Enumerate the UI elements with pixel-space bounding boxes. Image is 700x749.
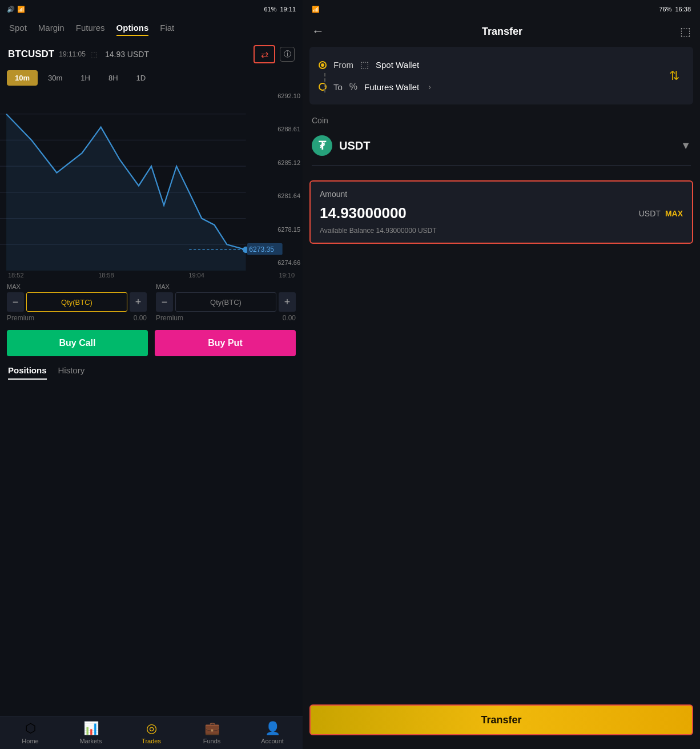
ticker-time: 19:11:05	[59, 50, 86, 58]
nav-funds[interactable]: 💼 Funds	[182, 721, 242, 744]
premium-value-left: 0.00	[134, 314, 147, 322]
available-value: 14.93000000 USDT	[376, 227, 437, 235]
nav-markets-label: Markets	[79, 738, 102, 744]
signal-icon: 🔊	[7, 6, 15, 13]
tab-history[interactable]: History	[58, 365, 85, 380]
chart-times: 18:52 18:58 19:04 19:10	[0, 271, 303, 280]
swap-button[interactable]: ⇄	[254, 45, 275, 63]
price-label-4: 6281.64	[277, 192, 300, 199]
chart-area: 6273.35 6292.10 6288.61 6285.12 6281.64 …	[0, 88, 303, 271]
qty-minus-left[interactable]: −	[7, 292, 24, 312]
price-label-6: 6274.66	[277, 259, 300, 266]
to-wallet-name: Futures Wallet	[364, 82, 419, 92]
price-label-3: 6285.12	[277, 159, 300, 166]
tab-spot[interactable]: Spot	[9, 23, 27, 36]
interval-30m[interactable]: 30m	[40, 70, 70, 86]
wifi-icon: 📶	[17, 6, 25, 13]
positions-content	[0, 384, 303, 716]
right-time: 16:38	[675, 6, 691, 13]
qty-plus-left[interactable]: +	[130, 292, 147, 312]
from-wallet-name: Spot Wallet	[376, 60, 419, 70]
coin-row[interactable]: ₮ USDT ▼	[312, 131, 691, 160]
back-button[interactable]: ←	[312, 24, 324, 39]
order-section: MAX − + Premium 0.00 MAX − + Premium 0.0…	[0, 280, 303, 325]
nav-markets[interactable]: 📊 Markets	[61, 721, 121, 744]
interval-10m[interactable]: 10m	[7, 70, 38, 86]
coin-divider	[312, 165, 691, 166]
amount-label: Amount	[320, 190, 683, 199]
interval-1d[interactable]: 1D	[128, 70, 154, 86]
markets-icon: 📊	[83, 721, 99, 736]
qty-plus-right[interactable]: +	[279, 292, 296, 312]
nav-home[interactable]: ⬡ Home	[0, 721, 61, 744]
swap-icon: ⇄	[261, 49, 268, 60]
chart-price-labels: 6292.10 6288.61 6285.12 6281.64 6278.15 …	[277, 88, 300, 271]
to-wallet-arrow[interactable]: ›	[428, 82, 431, 91]
chart-time-2: 18:58	[98, 272, 114, 279]
transfer-form: From ⬚ Spot Wallet To % Futures Wallet ›…	[309, 47, 693, 104]
right-panel: 📶 76% 16:38 ← Transfer ⬚ From ⬚ Spot Wal…	[303, 0, 700, 749]
available-prefix: Available Balance	[320, 227, 374, 235]
nav-home-label: Home	[22, 738, 38, 744]
right-battery: 76%	[659, 6, 671, 13]
coin-dropdown-icon[interactable]: ▼	[681, 140, 691, 152]
premium-row-left: Premium 0.00	[7, 314, 147, 322]
tab-fiat[interactable]: Fiat	[160, 23, 174, 36]
coin-name: USDT	[339, 139, 674, 152]
ticker-row: BTCUSDT 19:11:05 ⬚ 14.93 USDT ⇄ ⓘ	[0, 41, 303, 68]
nav-trades[interactable]: ◎ Trades	[121, 721, 182, 744]
nav-account[interactable]: 👤 Account	[242, 721, 303, 744]
tab-positions[interactable]: Positions	[8, 365, 47, 380]
transfer-button[interactable]: Transfer	[309, 704, 693, 735]
funds-icon: 💼	[204, 721, 220, 736]
order-max-left: MAX	[7, 283, 147, 290]
order-col-left: MAX − + Premium 0.00	[7, 283, 147, 322]
amount-max-button[interactable]: MAX	[665, 209, 683, 218]
bottom-nav-left: ⬡ Home 📊 Markets ◎ Trades 💼 Funds 👤 Acco…	[0, 716, 303, 749]
swap-transfer-button[interactable]: ⇅	[663, 63, 685, 89]
from-radio[interactable]	[319, 61, 327, 69]
premium-value-right: 0.00	[283, 314, 296, 322]
qty-input-left[interactable]	[26, 292, 127, 312]
right-status-bar: 📶 76% 16:38	[303, 0, 700, 18]
price-chart: 6273.35	[0, 88, 303, 271]
left-status-bar: 🔊 📶 61% 19:11	[0, 0, 303, 18]
premium-row-right: Premium 0.00	[156, 314, 296, 322]
interval-8h[interactable]: 8H	[100, 70, 126, 86]
positions-section: Positions History	[0, 361, 303, 384]
tab-futures[interactable]: Futures	[76, 23, 105, 36]
buy-call-button[interactable]: Buy Call	[7, 330, 148, 356]
interval-1h[interactable]: 1H	[73, 70, 98, 86]
coin-logo: ₮	[312, 135, 332, 156]
chart-time-4: 19:10	[279, 272, 295, 279]
order-max-right: MAX	[156, 283, 296, 290]
order-input-row-left: − +	[7, 292, 147, 312]
buy-put-button[interactable]: Buy Put	[155, 330, 296, 356]
info-button[interactable]: ⓘ	[280, 47, 295, 62]
action-buttons: Buy Call Buy Put	[0, 325, 303, 361]
right-header: ← Transfer ⬚	[303, 18, 700, 47]
tab-options[interactable]: Options	[116, 23, 149, 36]
qty-minus-right[interactable]: −	[156, 292, 173, 312]
left-status-left: 🔊 📶	[7, 6, 25, 13]
menu-icon[interactable]: ⬚	[680, 25, 691, 38]
time-left: 19:11	[280, 6, 296, 13]
coin-section: Coin ₮ USDT ▼	[303, 114, 700, 177]
price-label-2: 6288.61	[277, 126, 300, 132]
amount-row: 14.93000000 USDT MAX	[320, 204, 683, 222]
battery-left: 61%	[264, 6, 276, 13]
premium-label-left: Premium	[7, 314, 34, 322]
right-signal-icon: 📶	[312, 6, 320, 13]
tab-margin[interactable]: Margin	[38, 23, 65, 36]
flex-spacer	[303, 253, 700, 693]
to-row: To % Futures Wallet ›	[319, 78, 684, 95]
qty-input-right[interactable]	[175, 292, 276, 312]
coin-symbol: ₮	[319, 139, 326, 152]
order-col-right: MAX − + Premium 0.00	[156, 283, 296, 322]
available-balance: Available Balance 14.93000000 USDT	[320, 227, 683, 235]
price-label-1: 6292.10	[277, 92, 300, 99]
order-input-row-right: − +	[156, 292, 296, 312]
right-status-left: 📶	[312, 6, 320, 13]
from-radio-inner	[321, 63, 324, 67]
left-nav-tabs: Spot Margin Futures Options Fiat	[0, 18, 303, 41]
